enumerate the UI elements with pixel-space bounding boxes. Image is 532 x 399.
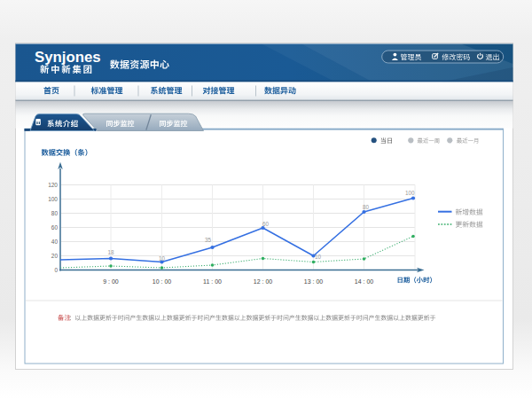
svg-text:100: 100 xyxy=(405,190,415,196)
svg-text:60: 60 xyxy=(51,224,59,231)
svg-text:80: 80 xyxy=(51,210,59,216)
svg-text:12 : 00: 12 : 00 xyxy=(254,278,273,285)
svg-text:10: 10 xyxy=(315,254,322,260)
svg-text:35: 35 xyxy=(205,237,212,243)
svg-text:Synjones: Synjones xyxy=(35,49,101,66)
svg-text:13 : 00: 13 : 00 xyxy=(304,278,324,285)
svg-text:120: 120 xyxy=(48,182,58,188)
svg-text:18: 18 xyxy=(108,249,115,255)
svg-text:11 : 00: 11 : 00 xyxy=(203,278,222,285)
svg-text:60: 60 xyxy=(262,221,270,227)
svg-text:100: 100 xyxy=(48,196,58,202)
svg-text:40: 40 xyxy=(51,239,59,245)
svg-text:10 : 00: 10 : 00 xyxy=(153,278,172,285)
svg-text:20: 20 xyxy=(51,253,59,259)
svg-text:9 : 00: 9 : 00 xyxy=(103,278,119,285)
svg-text:14 : 00: 14 : 00 xyxy=(355,278,374,285)
svg-text:10: 10 xyxy=(159,255,166,262)
svg-text:0: 0 xyxy=(54,267,58,273)
svg-text:80: 80 xyxy=(363,204,370,210)
